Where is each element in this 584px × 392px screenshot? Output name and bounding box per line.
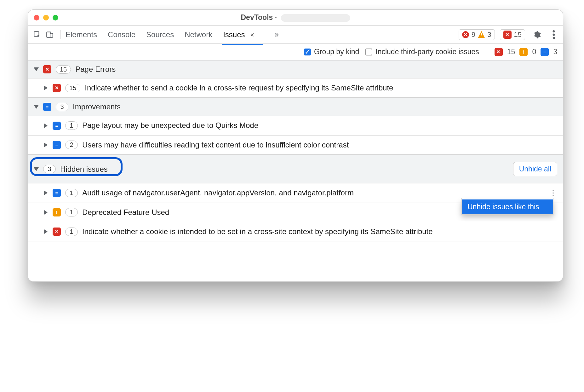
info-bubble-icon: ≡ — [53, 141, 61, 149]
disclosure-triangle-icon — [44, 229, 48, 234]
console-warning-count: 3 — [487, 31, 491, 39]
disclosure-triangle-icon — [44, 123, 48, 128]
more-tabs-icon[interactable]: » — [274, 30, 279, 39]
issue-title: Indicate whether a cookie is intended to… — [82, 227, 557, 237]
tab-sources[interactable]: Sources — [146, 27, 174, 42]
svg-point-4 — [553, 33, 555, 36]
issue-row-more-icon[interactable]: ⋮ — [549, 188, 557, 198]
devtools-toolbar: Elements Console Sources Network Issues … — [28, 26, 563, 44]
disclosure-triangle-icon — [44, 210, 48, 215]
error-bubble-icon: ✕ — [495, 48, 503, 56]
error-icon: ✕ — [462, 31, 469, 38]
group-by-kind-label: Group by kind — [314, 48, 359, 56]
disclosure-triangle-icon — [44, 190, 48, 195]
group-header-improvements[interactable]: ≡ 3 Improvements — [28, 98, 563, 116]
settings-icon[interactable] — [531, 29, 542, 40]
disclosure-triangle-icon — [34, 105, 39, 109]
issue-count-badge: 1 — [65, 228, 78, 236]
tab-issues-label: Issues — [223, 30, 245, 39]
error-bubble-icon: ✕ — [53, 228, 61, 236]
issue-count-badge: 1 — [65, 208, 78, 216]
filter-separator — [487, 48, 487, 56]
tab-elements[interactable]: Elements — [66, 27, 97, 42]
include-third-party-label: Include third-party cookie issues — [375, 48, 479, 56]
issue-row[interactable]: ✕ 1 Indicate whether a cookie is intende… — [28, 222, 563, 241]
group-by-kind-checkbox[interactable]: ✓ Group by kind — [304, 48, 359, 56]
minimize-window-button[interactable] — [43, 15, 49, 20]
info-bubble-icon: ≡ — [541, 48, 549, 56]
filter-counts: ✕ 15 ! 0 ≡ 3 — [495, 48, 557, 56]
close-window-button[interactable] — [34, 15, 39, 20]
issue-count-badge: 1 — [65, 121, 78, 130]
issue-row[interactable]: ≡ 2 Users may have difficulties reading … — [28, 135, 563, 155]
disclosure-triangle-icon — [44, 85, 48, 90]
window-title-redacted — [281, 14, 350, 22]
group-title: Page Errors — [75, 65, 116, 74]
issue-row[interactable]: ≡ 1 Page layout may be unexpected due to… — [28, 116, 563, 135]
devtools-window: DevTools · Elements Console Sources Netw… — [28, 9, 563, 282]
checkbox-checked-icon: ✓ — [304, 49, 311, 55]
window-title: DevTools · — [28, 13, 563, 22]
issue-context-menu: Unhide issues like this — [461, 199, 553, 215]
unhide-all-button[interactable]: Unhide all — [513, 162, 557, 176]
filter-error-count: 15 — [507, 48, 515, 56]
include-third-party-checkbox[interactable]: Include third-party cookie issues — [365, 48, 479, 56]
issue-row[interactable]: ✕ 15 Indicate whether to send a cookie i… — [28, 78, 563, 98]
filter-info-count: 3 — [553, 48, 557, 56]
inspect-element-icon[interactable] — [32, 29, 43, 40]
tab-issues[interactable]: Issues × — [223, 27, 254, 42]
issue-count-badge: 2 — [65, 141, 78, 149]
unhide-like-this-menu-item[interactable]: Unhide issues like this — [462, 199, 553, 214]
info-bubble-icon: ≡ — [53, 122, 61, 130]
issue-title: Users may have difficulties reading text… — [82, 140, 557, 150]
issue-title: Page layout may be unexpected due to Qui… — [82, 120, 557, 130]
issues-filter-bar: ✓ Group by kind Include third-party cook… — [28, 44, 563, 60]
tab-network[interactable]: Network — [185, 27, 212, 42]
group-header-page-errors[interactable]: ✕ 15 Page Errors — [28, 60, 563, 78]
group-header-hidden-issues[interactable]: 3 Hidden issues Unhide all — [28, 155, 563, 183]
error-bubble-icon: ✕ — [503, 31, 512, 39]
info-bubble-icon: ≡ — [53, 189, 61, 197]
issues-status-pill[interactable]: ✕ 15 — [500, 29, 525, 40]
warning-bubble-icon: ! — [519, 48, 528, 56]
tab-console[interactable]: Console — [108, 27, 135, 42]
issue-count-badge: 15 — [65, 84, 80, 92]
group-title: Improvements — [73, 102, 121, 111]
group-title: Hidden issues — [60, 165, 108, 174]
group-count-badge: 3 — [56, 103, 68, 111]
error-bubble-icon: ✕ — [53, 84, 61, 92]
disclosure-triangle-icon — [44, 142, 48, 147]
svg-point-3 — [553, 30, 555, 32]
console-error-count: 9 — [472, 31, 475, 39]
warning-bubble-icon: ! — [53, 208, 61, 216]
issue-title: Indicate whether to send a cookie in a c… — [85, 83, 557, 93]
group-count-badge: 3 — [43, 165, 56, 173]
svg-rect-2 — [50, 33, 53, 37]
console-status-pill[interactable]: ✕ 9 ! 3 — [459, 29, 495, 40]
svg-point-5 — [553, 37, 555, 39]
disclosure-triangle-icon — [34, 167, 39, 171]
issue-title: Audit usage of navigator.userAgent, navi… — [82, 188, 557, 198]
toolbar-separator — [60, 30, 60, 39]
group-count-badge: 15 — [56, 65, 71, 74]
info-bubble-icon: ≡ — [43, 103, 51, 111]
panel-tabs: Elements Console Sources Network Issues … — [66, 27, 279, 42]
filter-warning-count: 0 — [532, 48, 536, 56]
window-titlebar: DevTools · — [28, 10, 563, 26]
error-bubble-icon: ✕ — [43, 65, 51, 73]
window-controls — [34, 15, 58, 20]
disclosure-triangle-icon — [34, 67, 39, 71]
issues-error-count: 15 — [514, 31, 522, 39]
more-options-icon[interactable] — [548, 29, 559, 40]
issue-count-badge: 1 — [65, 189, 78, 197]
checkbox-unchecked-icon — [365, 49, 372, 55]
device-toggle-icon[interactable] — [44, 29, 55, 40]
close-tab-icon[interactable]: × — [250, 31, 254, 39]
window-title-text: DevTools · — [241, 13, 277, 21]
warning-icon: ! — [478, 31, 485, 38]
zoom-window-button[interactable] — [53, 15, 58, 20]
